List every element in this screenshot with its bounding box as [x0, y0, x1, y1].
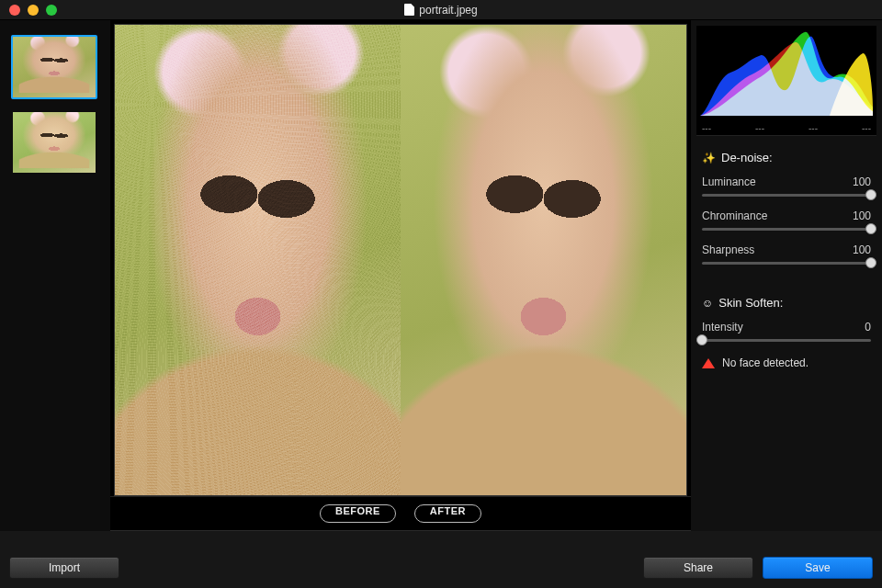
wand-icon: ✨	[702, 152, 716, 164]
bottom-toolbar: Import Share Save	[0, 531, 882, 588]
intensity-slider[interactable]	[702, 339, 871, 342]
skin-section-header: ☺ Skin Soften:	[691, 287, 882, 317]
chrominance-label: Chrominance	[702, 209, 767, 222]
warning-text: No face detected.	[722, 356, 808, 369]
chrominance-slider[interactable]	[702, 228, 871, 231]
intensity-label: Intensity	[702, 321, 743, 334]
denoise-title: De-noise:	[721, 151, 773, 164]
preview-before	[115, 25, 401, 495]
before-button[interactable]: BEFORE	[320, 504, 396, 523]
histogram: --- --- --- ---	[696, 26, 876, 136]
warning-icon	[702, 358, 715, 368]
sharpness-value: 100	[853, 243, 871, 256]
luminance-slider-row: Luminance 100	[691, 172, 882, 206]
preview-toolbar: BEFORE AFTER	[110, 496, 691, 531]
window-controls	[0, 5, 57, 16]
histogram-tick: ---	[702, 123, 711, 133]
luminance-slider[interactable]	[702, 194, 871, 197]
preview-canvas[interactable]	[114, 24, 687, 496]
import-button[interactable]: Import	[9, 557, 119, 579]
sharpness-label: Sharpness	[702, 243, 754, 256]
sharpness-slider[interactable]	[702, 262, 871, 265]
after-button[interactable]: AFTER	[414, 504, 481, 523]
chrominance-slider-row: Chrominance 100	[691, 206, 882, 240]
thumbnail-sidebar	[0, 20, 110, 531]
preview-after	[401, 25, 686, 495]
adjustments-panel: --- --- --- --- ✨ De-noise: Luminance 10…	[691, 20, 882, 531]
histogram-tick: ---	[862, 123, 871, 133]
thumbnail-1[interactable]	[11, 35, 97, 99]
maximize-icon[interactable]	[46, 5, 57, 16]
thumbnail-2[interactable]	[11, 110, 97, 175]
preview-area: BEFORE AFTER	[110, 20, 691, 531]
chrominance-value: 100	[853, 209, 871, 222]
window-title: portrait.jpeg	[419, 4, 477, 17]
intensity-slider-row: Intensity 0	[691, 317, 882, 351]
sharpness-slider-row: Sharpness 100	[691, 240, 882, 274]
no-face-warning: No face detected.	[691, 351, 882, 375]
histogram-tick: ---	[808, 123, 818, 133]
luminance-value: 100	[853, 175, 871, 188]
histogram-tick: ---	[755, 123, 764, 133]
share-button[interactable]: Share	[643, 557, 753, 579]
close-icon[interactable]	[9, 5, 20, 16]
denoise-section-header: ✨ De-noise:	[691, 141, 882, 172]
minimize-icon[interactable]	[28, 5, 39, 16]
save-button[interactable]: Save	[763, 557, 873, 579]
intensity-value: 0	[865, 321, 871, 334]
skin-title: Skin Soften:	[718, 296, 783, 310]
luminance-label: Luminance	[702, 175, 756, 188]
titlebar: portrait.jpeg	[0, 0, 882, 20]
face-icon: ☺	[702, 297, 713, 310]
histogram-graph	[700, 29, 873, 116]
file-icon	[404, 4, 414, 16]
